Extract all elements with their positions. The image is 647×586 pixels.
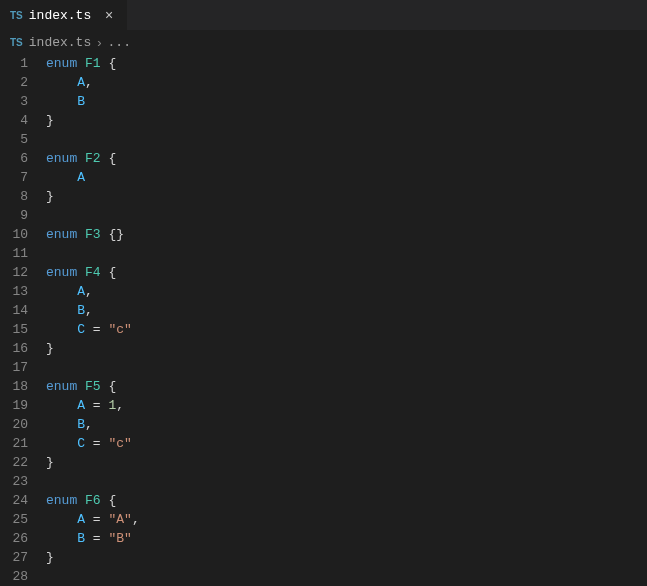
code-content[interactable]: enum F4 { xyxy=(46,263,116,282)
code-content[interactable]: enum F1 { xyxy=(46,54,116,73)
line-number: 28 xyxy=(0,567,46,586)
code-line[interactable]: 21 C = "c" xyxy=(0,434,647,453)
code-line[interactable]: 5 xyxy=(0,130,647,149)
line-number: 5 xyxy=(0,130,46,149)
code-content[interactable]: } xyxy=(46,548,54,567)
code-line[interactable]: 8} xyxy=(0,187,647,206)
code-line[interactable]: 27} xyxy=(0,548,647,567)
line-number: 23 xyxy=(0,472,46,491)
code-line[interactable]: 14 B, xyxy=(0,301,647,320)
tab-index-ts[interactable]: TS index.ts × xyxy=(0,0,128,30)
line-number: 21 xyxy=(0,434,46,453)
code-line[interactable]: 20 B, xyxy=(0,415,647,434)
code-line[interactable]: 18enum F5 { xyxy=(0,377,647,396)
code-content[interactable]: enum F3 {} xyxy=(46,225,124,244)
code-content[interactable]: A = 1, xyxy=(46,396,124,415)
code-line[interactable]: 7 A xyxy=(0,168,647,187)
code-line[interactable]: 26 B = "B" xyxy=(0,529,647,548)
line-number: 18 xyxy=(0,377,46,396)
code-line[interactable]: 25 A = "A", xyxy=(0,510,647,529)
code-content[interactable]: } xyxy=(46,453,54,472)
code-line[interactable]: 24enum F6 { xyxy=(0,491,647,510)
line-number: 13 xyxy=(0,282,46,301)
code-content[interactable]: enum F6 { xyxy=(46,491,116,510)
tab-label: index.ts xyxy=(29,8,91,23)
line-number: 6 xyxy=(0,149,46,168)
line-number: 26 xyxy=(0,529,46,548)
code-line[interactable]: 4} xyxy=(0,111,647,130)
code-line[interactable]: 15 C = "c" xyxy=(0,320,647,339)
line-number: 10 xyxy=(0,225,46,244)
code-line[interactable]: 10enum F3 {} xyxy=(0,225,647,244)
line-number: 24 xyxy=(0,491,46,510)
line-number: 11 xyxy=(0,244,46,263)
line-number: 25 xyxy=(0,510,46,529)
code-content[interactable]: B, xyxy=(46,415,93,434)
breadcrumb-more: ... xyxy=(108,35,131,50)
code-content[interactable]: B xyxy=(46,92,85,111)
line-number: 17 xyxy=(0,358,46,377)
code-content[interactable]: enum F2 { xyxy=(46,149,116,168)
code-editor[interactable]: 1enum F1 {2 A,3 B4}56enum F2 {7 A8}910en… xyxy=(0,54,647,586)
code-line[interactable]: 1enum F1 { xyxy=(0,54,647,73)
line-number: 1 xyxy=(0,54,46,73)
line-number: 19 xyxy=(0,396,46,415)
line-number: 16 xyxy=(0,339,46,358)
code-line[interactable]: 6enum F2 { xyxy=(0,149,647,168)
code-line[interactable]: 11 xyxy=(0,244,647,263)
code-content[interactable]: A, xyxy=(46,282,93,301)
code-content[interactable]: B, xyxy=(46,301,93,320)
code-line[interactable]: 23 xyxy=(0,472,647,491)
code-line[interactable]: 16} xyxy=(0,339,647,358)
line-number: 4 xyxy=(0,111,46,130)
breadcrumb[interactable]: TS index.ts › ... xyxy=(0,30,647,54)
code-content[interactable]: A, xyxy=(46,73,93,92)
code-line[interactable]: 13 A, xyxy=(0,282,647,301)
code-line[interactable]: 3 B xyxy=(0,92,647,111)
code-content[interactable]: A = "A", xyxy=(46,510,140,529)
code-line[interactable]: 2 A, xyxy=(0,73,647,92)
chevron-right-icon: › xyxy=(97,35,101,50)
code-content[interactable]: A xyxy=(46,168,85,187)
typescript-icon: TS xyxy=(10,37,23,48)
close-icon[interactable]: × xyxy=(101,7,117,23)
code-content[interactable]: } xyxy=(46,339,54,358)
typescript-icon: TS xyxy=(10,10,23,21)
code-line[interactable]: 9 xyxy=(0,206,647,225)
line-number: 15 xyxy=(0,320,46,339)
line-number: 27 xyxy=(0,548,46,567)
line-number: 7 xyxy=(0,168,46,187)
line-number: 22 xyxy=(0,453,46,472)
code-line[interactable]: 22} xyxy=(0,453,647,472)
code-content[interactable]: B = "B" xyxy=(46,529,132,548)
code-line[interactable]: 28 xyxy=(0,567,647,586)
code-content[interactable]: } xyxy=(46,187,54,206)
line-number: 12 xyxy=(0,263,46,282)
line-number: 2 xyxy=(0,73,46,92)
code-content[interactable]: C = "c" xyxy=(46,434,132,453)
line-number: 3 xyxy=(0,92,46,111)
code-content[interactable]: C = "c" xyxy=(46,320,132,339)
line-number: 14 xyxy=(0,301,46,320)
line-number: 8 xyxy=(0,187,46,206)
code-content[interactable]: } xyxy=(46,111,54,130)
code-content[interactable]: enum F5 { xyxy=(46,377,116,396)
tab-bar: TS index.ts × xyxy=(0,0,647,30)
line-number: 9 xyxy=(0,206,46,225)
line-number: 20 xyxy=(0,415,46,434)
code-line[interactable]: 17 xyxy=(0,358,647,377)
code-line[interactable]: 19 A = 1, xyxy=(0,396,647,415)
code-line[interactable]: 12enum F4 { xyxy=(0,263,647,282)
breadcrumb-filename: index.ts xyxy=(29,35,91,50)
